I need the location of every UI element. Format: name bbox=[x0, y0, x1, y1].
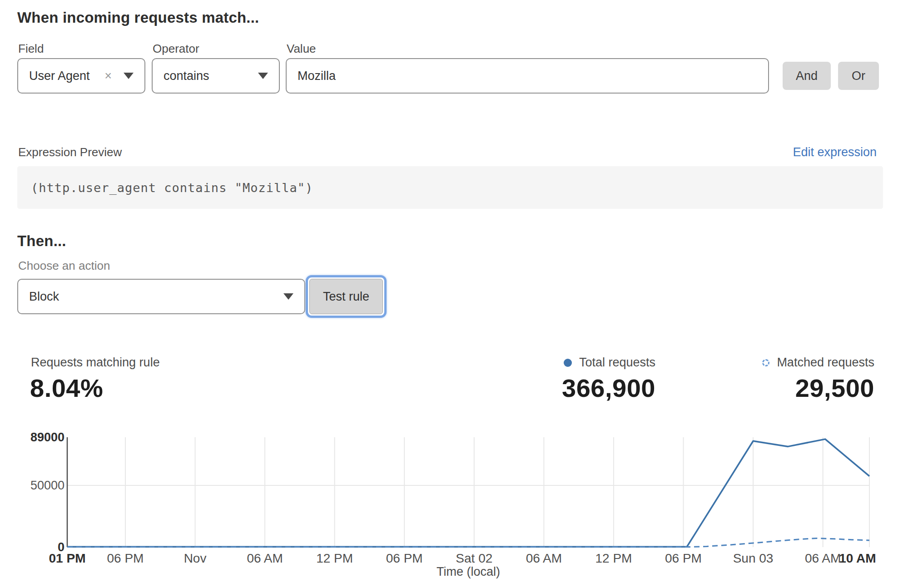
x-tick-label: 06 PM bbox=[665, 551, 702, 566]
or-button[interactable]: Or bbox=[838, 62, 879, 90]
expression-code: (http.user_agent contains "Mozilla") bbox=[31, 181, 313, 195]
matched-requests-label: Matched requests bbox=[777, 356, 874, 370]
matched-requests-dashed-circle-icon bbox=[762, 359, 769, 366]
x-tick-label: 12 PM bbox=[595, 551, 632, 566]
firewall-rule-builder-page: When incoming requests match... Field Op… bbox=[0, 0, 908, 588]
x-tick-label: 10 AM bbox=[839, 551, 876, 566]
matched-requests-value: 29,500 bbox=[795, 373, 874, 403]
field-select-value: User Agent bbox=[29, 69, 104, 83]
expression-preview-label: Expression Preview bbox=[18, 145, 122, 159]
value-label: Value bbox=[287, 42, 316, 56]
requests-matching-value: 8.04% bbox=[30, 373, 103, 403]
x-tick-label: 06 AM bbox=[247, 551, 283, 566]
clear-icon[interactable]: × bbox=[104, 69, 112, 83]
y-tick-label: 0 bbox=[15, 540, 65, 554]
total-requests-legend: Total requests bbox=[500, 356, 655, 370]
then-heading: Then... bbox=[17, 232, 66, 250]
x-tick-label: 06 AM bbox=[805, 551, 841, 566]
x-tick-label: Sun 03 bbox=[733, 551, 774, 566]
x-axis-title: Time (local) bbox=[437, 565, 500, 579]
chevron-down-icon bbox=[283, 293, 293, 300]
total-requests-value: 366,900 bbox=[562, 373, 655, 403]
operator-select-value: contains bbox=[164, 69, 258, 83]
matched-requests-legend: Matched requests bbox=[709, 356, 874, 370]
test-rule-focus-ring: Test rule bbox=[306, 275, 387, 318]
total-requests-dot-icon bbox=[564, 359, 572, 367]
chevron-down-icon bbox=[258, 73, 268, 79]
operator-select[interactable]: contains bbox=[152, 58, 280, 94]
y-tick-label: 50000 bbox=[15, 479, 65, 493]
action-select-value: Block bbox=[29, 290, 283, 304]
x-tick-label: Nov bbox=[184, 551, 207, 566]
value-input[interactable] bbox=[286, 58, 769, 94]
x-tick-label: 06 AM bbox=[526, 551, 562, 566]
page-title: When incoming requests match... bbox=[17, 9, 259, 26]
action-select[interactable]: Block bbox=[17, 279, 305, 314]
x-tick-label: 01 PM bbox=[49, 551, 86, 566]
x-tick-label: 06 PM bbox=[107, 551, 144, 566]
x-tick-label: 06 PM bbox=[386, 551, 423, 566]
operator-label: Operator bbox=[153, 42, 199, 56]
test-rule-button[interactable]: Test rule bbox=[309, 279, 383, 314]
x-tick-label: Sat 02 bbox=[456, 551, 492, 566]
series-dashed-line bbox=[67, 538, 869, 547]
requests-matching-label: Requests matching rule bbox=[31, 356, 160, 370]
and-button[interactable]: And bbox=[783, 62, 831, 90]
edit-expression-link[interactable]: Edit expression bbox=[793, 145, 877, 159]
x-tick-label: 12 PM bbox=[316, 551, 353, 566]
series-solid-line bbox=[67, 439, 869, 547]
chevron-down-icon bbox=[124, 73, 134, 79]
field-select[interactable]: User Agent × bbox=[17, 58, 145, 94]
field-label: Field bbox=[18, 42, 44, 56]
y-tick-label: 89000 bbox=[15, 430, 65, 445]
total-requests-label: Total requests bbox=[579, 356, 655, 370]
expression-code-block: (http.user_agent contains "Mozilla") bbox=[17, 166, 883, 209]
choose-action-label: Choose an action bbox=[18, 259, 110, 273]
